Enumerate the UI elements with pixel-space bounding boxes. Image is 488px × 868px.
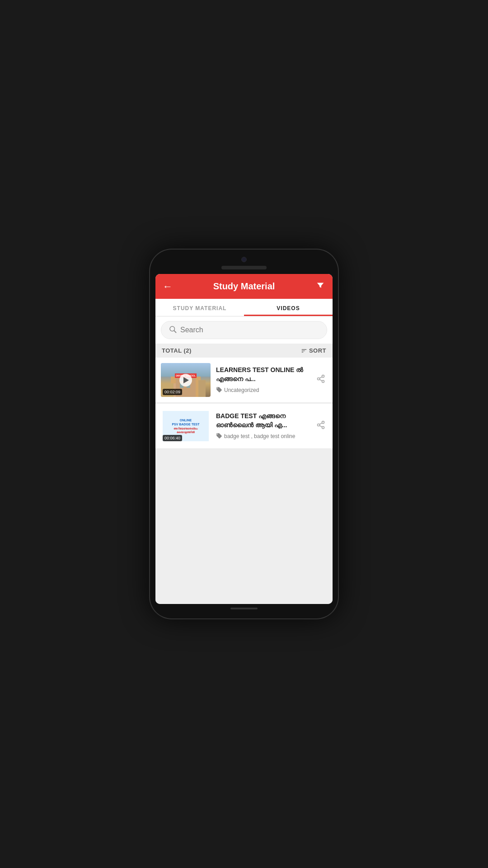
svg-line-11 — [319, 423, 322, 424]
svg-point-4 — [322, 380, 324, 382]
tag-icon-2 — [216, 433, 222, 440]
back-button[interactable]: ← — [163, 281, 173, 292]
play-button-1[interactable] — [179, 374, 192, 387]
video-tags-2: badge test , badge test online — [216, 433, 309, 440]
video-category-1: Uncategorized — [224, 387, 259, 393]
tab-bar: STUDY MATERIAL VIDEOS — [155, 299, 333, 316]
page-title: Study Material — [213, 281, 275, 292]
video-info-1: LEARNERS TEST ONLINE ൽ എങ്ങനെ പ... Uncat… — [216, 366, 309, 394]
svg-line-5 — [319, 379, 322, 381]
phone-frame: ← Study Material STUDY MATERIAL VIDEOS — [149, 249, 339, 619]
video-list: DRIVING SCHOOL 00:02:09 LEARNERS TEST ON… — [155, 358, 333, 604]
svg-line-6 — [319, 377, 322, 378]
phone-screen: ← Study Material STUDY MATERIAL VIDEOS — [155, 274, 333, 604]
app-header: ← Study Material — [155, 274, 333, 299]
svg-line-1 — [174, 330, 176, 332]
svg-point-3 — [318, 378, 320, 380]
phone-camera — [241, 257, 247, 262]
video-tags-text-2: badge test , badge test online — [224, 433, 295, 439]
video-thumbnail-2: ONLINEPSV BADGE TEST അറിയേണ്ടതെല്ലം:മലയാ… — [161, 409, 211, 443]
video-tags-1: Uncategorized — [216, 387, 309, 394]
svg-point-7 — [322, 421, 324, 424]
search-container — [155, 316, 333, 344]
svg-point-9 — [322, 426, 324, 429]
sort-label: SORT — [309, 347, 326, 354]
video-title-2: BADGE TEST എങ്ങനെ ഓൺലൈൻ ആയി എ... — [216, 412, 309, 429]
video-item-2[interactable]: ONLINEPSV BADGE TEST അറിയേണ്ടതെല്ലം:മലയാ… — [155, 404, 333, 449]
svg-line-10 — [319, 425, 322, 427]
search-box — [161, 321, 327, 339]
search-icon — [169, 325, 177, 335]
svg-point-2 — [322, 375, 324, 377]
video-thumbnail-1: DRIVING SCHOOL 00:02:09 — [161, 363, 211, 397]
tab-study-material[interactable]: STUDY MATERIAL — [155, 299, 244, 316]
search-input[interactable] — [180, 326, 319, 334]
video-item[interactable]: DRIVING SCHOOL 00:02:09 LEARNERS TEST ON… — [155, 358, 333, 403]
tag-icon-1 — [216, 387, 222, 394]
video-duration-1: 00:02:09 — [163, 389, 182, 395]
home-bar — [230, 608, 258, 609]
video-title-1: LEARNERS TEST ONLINE ൽ എങ്ങനെ പ... — [216, 366, 309, 383]
video-duration-2: 00:06:40 — [163, 435, 182, 441]
share-button-1[interactable] — [314, 373, 327, 387]
sort-button[interactable]: SORT — [301, 347, 326, 354]
filter-button[interactable] — [315, 280, 325, 292]
svg-point-8 — [318, 424, 320, 426]
share-button-2[interactable] — [314, 419, 327, 434]
total-count: TOTAL (2) — [162, 347, 192, 354]
tab-videos[interactable]: VIDEOS — [244, 299, 333, 316]
total-bar: TOTAL (2) SORT — [155, 344, 333, 358]
phone-speaker — [221, 266, 267, 269]
video-info-2: BADGE TEST എങ്ങനെ ഓൺലൈൻ ആയി എ... badge t… — [216, 412, 309, 440]
